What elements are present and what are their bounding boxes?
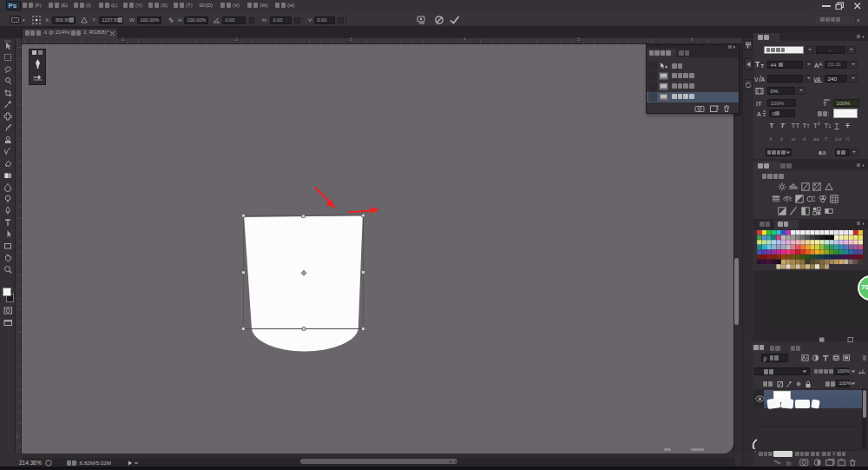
svg-text:VA: VA (813, 76, 820, 82)
svg-text:V: V (754, 76, 759, 82)
svg-text:fx: fx (786, 460, 792, 466)
svg-text:A: A (761, 76, 766, 82)
svg-text:IT: IT (756, 100, 762, 107)
svg-text:T: T (823, 100, 827, 107)
svg-text:A: A (819, 62, 823, 67)
svg-text:A: A (757, 111, 761, 117)
